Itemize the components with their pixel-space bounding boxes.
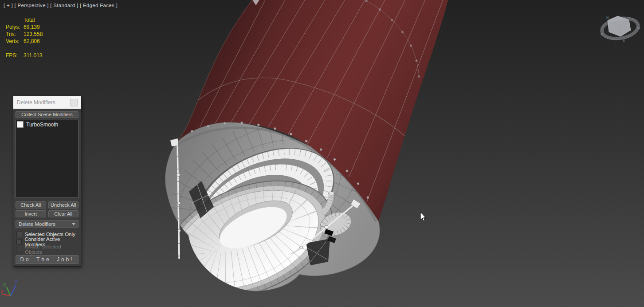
stats-polys-value: 69,139 xyxy=(24,24,40,30)
stats-fps-label: FPS: xyxy=(6,52,24,59)
modifier-list-item[interactable]: TurboSmooth xyxy=(16,120,78,129)
dialog-body: Collect Scene Modifiers TurboSmooth Chec… xyxy=(13,109,81,266)
viewport-3d-scene[interactable]: N W S E x y z xyxy=(0,0,644,307)
stats-tris-value: 123,558 xyxy=(24,31,43,37)
dialog-titlebar[interactable]: Delete Modifiers xyxy=(13,96,81,109)
dialog-titlebar-button[interactable] xyxy=(70,99,78,106)
stats-total-header: Total xyxy=(24,17,35,23)
selected-objects-only-checkbox[interactable] xyxy=(16,232,22,237)
z-axis-label: z xyxy=(15,279,17,284)
consider-active-modifiers-checkbox[interactable] xyxy=(16,239,22,245)
mode-dropdown-value: Delete Modifiers xyxy=(19,221,55,227)
max-viewport[interactable]: N W S E x y z [ + ] [ Perspective ] [ St… xyxy=(0,0,644,307)
viewcube-east-label[interactable]: E xyxy=(601,33,603,36)
modifier-checkbox[interactable] xyxy=(17,121,24,128)
viewport-label[interactable]: [ + ] [ Perspective ] [ Standard ] [ Edg… xyxy=(4,3,118,8)
delete-modifiers-dialog: Delete Modifiers Collect Scene Modifiers… xyxy=(13,96,81,267)
mode-dropdown[interactable]: Delete Modifiers xyxy=(16,220,79,228)
invert-button[interactable]: Invert xyxy=(16,210,46,217)
uncheck-all-button[interactable]: Uncheck All xyxy=(48,201,79,209)
stats-verts-label: Verts: xyxy=(6,38,24,45)
x-axis-label: x xyxy=(1,289,3,294)
check-all-button[interactable]: Check All xyxy=(16,201,46,209)
viewcube-west-label[interactable]: W xyxy=(637,27,640,30)
statistics-overlay: Total Polys:69,139 Tris:123,558 Verts:62… xyxy=(6,16,43,59)
clear-all-button[interactable]: Clear All xyxy=(48,210,79,217)
stats-verts-value: 62,806 xyxy=(24,38,40,44)
stats-polys-label: Polys: xyxy=(6,24,24,31)
isolate-selected-objects-row: Isolate Selected Objects xyxy=(16,246,79,253)
isolate-selected-objects-label: Isolate Selected Objects xyxy=(25,244,79,255)
viewcube-north-label[interactable]: N xyxy=(606,16,609,19)
collect-scene-modifiers-button[interactable]: Collect Scene Modifiers xyxy=(16,111,79,118)
stats-fps-value: 311.013 xyxy=(24,52,43,59)
stats-tris-label: Tris: xyxy=(6,31,24,38)
modifier-list[interactable]: TurboSmooth xyxy=(16,120,79,198)
viewcube-south-label[interactable]: S xyxy=(623,39,625,42)
do-the-job-button[interactable]: Do The Job! xyxy=(16,255,79,264)
isolate-selected-objects-checkbox xyxy=(16,247,22,252)
y-axis-label: y xyxy=(4,282,6,287)
modifier-name: TurboSmooth xyxy=(26,122,58,128)
chevron-down-icon xyxy=(72,223,75,225)
dialog-title: Delete Modifiers xyxy=(17,99,55,106)
